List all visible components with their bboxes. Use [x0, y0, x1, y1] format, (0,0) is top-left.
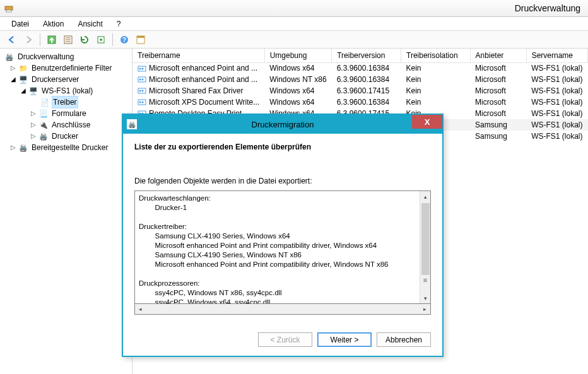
tree-printers-label: Drucker — [50, 131, 79, 142]
tree-servers[interactable]: ◢ 🖥️ Druckerserver — [0, 74, 132, 85]
scroll-up-icon[interactable]: ▴ — [420, 191, 431, 202]
deployed-icon: 🖨️ — [18, 143, 28, 153]
table-row[interactable]: Microsoft enhanced Point and ...Windows … — [132, 74, 588, 85]
cell-server: WS-FS1 (lokal) — [526, 74, 587, 85]
dialog-subheading: Die folgenden Objekte werden in die Date… — [134, 177, 431, 185]
cell-isolation: Kein — [401, 74, 471, 85]
cell-vendor: Microsoft — [470, 85, 526, 96]
nav-forward-button[interactable] — [21, 33, 35, 47]
cell-server: WS-FS1 (lokal) — [526, 131, 587, 142]
menu-action[interactable]: Aktion — [38, 18, 69, 30]
cell-server: WS-FS1 (lokal) — [526, 62, 587, 74]
col-vendor[interactable]: Anbieter — [470, 49, 526, 62]
cell-version: 6.3.9600.16384 — [332, 62, 401, 74]
cell-server: WS-FS1 (lokal) — [526, 108, 587, 119]
svg-rect-0 — [5, 6, 13, 10]
cell-server: WS-FS1 (lokal) — [526, 119, 587, 131]
nav-back-button[interactable] — [5, 33, 19, 47]
svg-point-13 — [139, 67, 141, 69]
collapse-icon[interactable]: ◢ — [10, 74, 16, 85]
export-button[interactable] — [94, 33, 108, 47]
scroll-marker: ≡ — [423, 276, 427, 293]
cancel-button[interactable]: Abbrechen — [377, 332, 431, 347]
tree-server-local[interactable]: ◢ 🖥️ WS-FS1 (lokal) — [0, 85, 132, 96]
expand-icon[interactable]: ▷ — [30, 119, 37, 131]
toolbar-separator — [112, 33, 113, 46]
dialog-icon: 🖨️ — [127, 119, 137, 129]
expand-icon[interactable]: ▷ — [30, 108, 37, 119]
tree-drivers[interactable]: 📄 Treiber — [0, 96, 132, 108]
tree-filters[interactable]: ▷ 📁 Benutzerdefinierte Filter — [0, 62, 132, 74]
dialog-close-button[interactable]: X — [412, 115, 442, 129]
details-button[interactable] — [134, 33, 148, 47]
menu-view[interactable]: Ansicht — [73, 18, 107, 30]
scroll-left-icon[interactable]: ◂ — [135, 304, 146, 315]
scroll-right-icon[interactable]: ▸ — [420, 304, 430, 315]
horizontal-scrollbar[interactable]: ◂ ▸ — [134, 304, 431, 315]
cell-env: Windows x64 — [264, 85, 331, 96]
cell-env: Windows x64 — [264, 96, 331, 108]
app-icon — [4, 4, 14, 14]
vertical-scrollbar[interactable]: ▴ ≡ ▾ — [420, 191, 430, 303]
cell-name: Microsoft enhanced Point and ... — [132, 62, 264, 74]
export-items-textbox[interactable]: Druckwarteschlangen: Drucker-1 Druckertr… — [134, 190, 431, 304]
svg-rect-1 — [6, 10, 11, 12]
expand-icon[interactable]: ▷ — [10, 142, 16, 153]
cell-isolation: Kein — [401, 62, 471, 74]
cell-isolation: Kein — [401, 85, 471, 96]
driver-icon — [138, 75, 146, 84]
expand-icon[interactable]: ▷ — [10, 62, 16, 74]
svg-point-14 — [142, 67, 144, 69]
driver-icon — [138, 64, 146, 73]
up-button[interactable] — [45, 33, 59, 47]
table-row[interactable]: Microsoft Shared Fax DriverWindows x646.… — [132, 85, 588, 96]
tree-servers-label: Druckerserver — [30, 74, 80, 85]
next-button[interactable]: Weiter > — [317, 332, 372, 347]
col-isolation[interactable]: Treiberisolation — [401, 49, 471, 62]
table-header-row[interactable]: Treibername Umgebung Treiberversion Trei… — [132, 49, 588, 62]
driver-icon — [138, 86, 146, 95]
cell-env: Windows NT x86 — [264, 74, 331, 85]
table-row[interactable]: Microsoft enhanced Point and ...Windows … — [132, 62, 588, 74]
col-server[interactable]: Servername — [526, 49, 587, 62]
tree-pane[interactable]: 🖨️ Druckverwaltung ▷ 📁 Benutzerdefiniert… — [0, 49, 132, 374]
svg-point-19 — [139, 90, 141, 92]
tree-deployed-label: Bereitgestellte Drucker — [30, 142, 109, 153]
col-env[interactable]: Umgebung — [264, 49, 331, 62]
tree-ports[interactable]: ▷ 🔌 Anschlüsse — [0, 119, 132, 131]
tree-printers[interactable]: ▷ 🖨️ Drucker — [0, 131, 132, 142]
back-button: < Zurück — [258, 332, 312, 347]
ports-icon: 🔌 — [38, 120, 49, 130]
properties-button[interactable] — [61, 33, 75, 47]
svg-text:?: ? — [122, 37, 126, 44]
scroll-down-icon[interactable]: ▾ — [420, 293, 431, 303]
drivers-icon: 📄 — [40, 97, 50, 107]
expand-icon[interactable]: ▷ — [30, 131, 37, 142]
table-row[interactable]: Microsoft XPS Document Write...Windows x… — [132, 96, 588, 108]
svg-point-23 — [142, 102, 144, 103]
tree-deployed[interactable]: ▷ 🖨️ Bereitgestellte Drucker — [0, 142, 132, 153]
collapse-icon[interactable]: ◢ — [20, 85, 26, 96]
col-name[interactable]: Treibername — [132, 49, 264, 62]
tree-filters-label: Benutzerdefinierte Filter — [30, 62, 113, 74]
col-version[interactable]: Treiberversion — [332, 49, 401, 62]
tree-forms[interactable]: ▷ 📃 Formulare — [0, 108, 132, 119]
refresh-button[interactable] — [78, 33, 91, 47]
dialog-button-row: < Zurück Weiter > Abbrechen — [123, 322, 442, 356]
cell-env: Windows x64 — [264, 62, 331, 74]
server-icon: 🖥️ — [28, 86, 38, 96]
tree-forms-label: Formulare — [50, 108, 88, 119]
tree-ports-label: Anschlüsse — [50, 119, 91, 131]
menu-help[interactable]: ? — [112, 18, 126, 30]
toolbar-separator — [40, 33, 40, 46]
tree-root[interactable]: 🖨️ Druckverwaltung — [0, 51, 132, 62]
printmgmt-icon: 🖨️ — [4, 52, 15, 62]
cell-name: Microsoft Shared Fax Driver — [132, 85, 264, 96]
help-button[interactable]: ? — [117, 33, 131, 47]
cell-server: WS-FS1 (lokal) — [526, 96, 587, 108]
dialog-titlebar[interactable]: 🖨️ Druckermigration X — [123, 115, 442, 134]
cell-vendor: Microsoft — [470, 108, 526, 119]
menu-file[interactable]: Datei — [6, 18, 34, 30]
scroll-thumb[interactable] — [421, 203, 430, 275]
dialog-heading: Liste der zu exportierenden Elemente übe… — [134, 143, 431, 151]
